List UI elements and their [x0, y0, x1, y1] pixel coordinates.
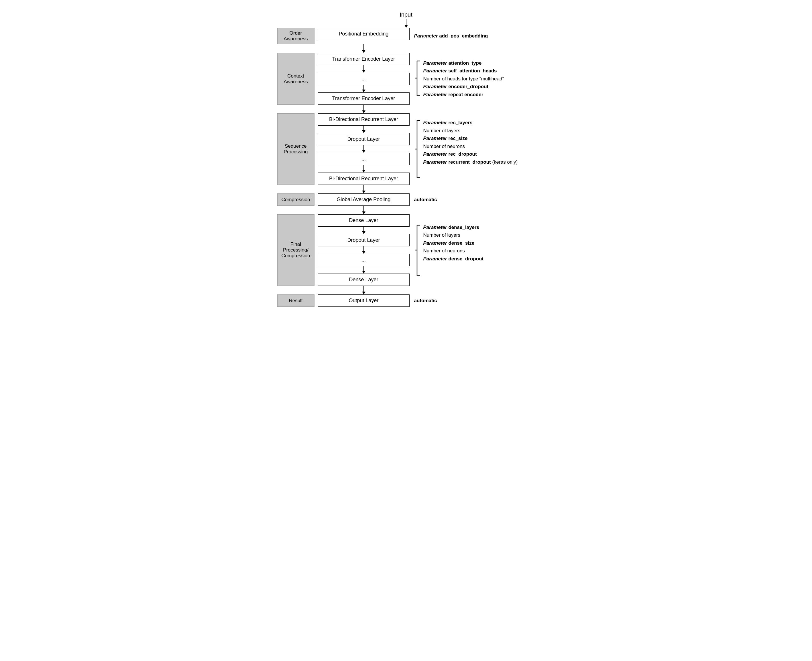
layer-dropout-seq: Dropout Layer: [318, 133, 410, 145]
param-compression-auto: automatic: [414, 196, 437, 203]
center-final-processing: Dense Layer Dropout Layer ... Dense Laye…: [318, 214, 410, 286]
param-result-auto: automatic: [414, 297, 437, 305]
bracket-sequence: [414, 119, 421, 179]
param-rec-size: Parameter rec_size: [423, 135, 518, 142]
center-order-awareness: Positional Embedding: [318, 28, 410, 44]
param-rec-layers: Parameter rec_layers: [423, 119, 518, 126]
layer-global-avg-pooling: Global Average Pooling: [318, 193, 410, 206]
param-multihead-note: Number of heads for type “multihead”: [423, 75, 504, 83]
label-compression: Compression: [277, 193, 314, 206]
label-context-awareness: ContextAwareness: [277, 53, 314, 105]
label-result: Result: [277, 294, 314, 307]
param-dense-dropout: Parameter dense_dropout: [423, 255, 484, 263]
param-dense-size: Parameter dense_size: [423, 239, 484, 247]
arrow-5: [277, 286, 535, 292]
arrow-2: [277, 105, 535, 111]
section-final-processing: Final Processing/Compression Dense Layer…: [277, 214, 535, 286]
param-attention-type: Parameter attention_type: [423, 59, 504, 67]
param-repeat-encoder: Parameter repeat encoder: [423, 91, 504, 99]
bracket-final: [414, 224, 421, 277]
layer-output: Output Layer: [318, 294, 410, 307]
param-self-attention-heads: Parameter self_attention_heads: [423, 67, 504, 75]
layer-dots-seq: ...: [318, 153, 410, 165]
layer-dense-2: Dense Layer: [318, 273, 410, 286]
architecture-diagram: Input Order Awareness Positional Embeddi…: [277, 11, 535, 307]
param-dense-layers: Parameter dense_layers: [423, 224, 484, 231]
param-dense-layers-note: Number of layers: [423, 232, 484, 239]
layer-bidirectional-1: Bi-Directional Recurrent Layer: [318, 113, 410, 126]
layer-dots-context: ...: [318, 73, 410, 85]
layer-dense-1: Dense Layer: [318, 214, 410, 227]
label-order-awareness: Order Awareness: [277, 28, 314, 44]
param-rec-dropout: Parameter rec_dropout: [423, 150, 518, 158]
label-sequence-processing: SequenceProcessing: [277, 113, 314, 185]
param-encoder-dropout: Parameter encoder_dropout: [423, 83, 504, 90]
arrow-3: [277, 185, 535, 191]
center-result: Output Layer: [318, 294, 410, 307]
arrow-4: [277, 206, 535, 212]
arrow-1: [277, 44, 535, 51]
section-result: Result Output Layer automatic: [277, 294, 535, 307]
params-final-processing: Parameter dense_layers Number of layers …: [410, 214, 535, 286]
label-final-processing: Final Processing/Compression: [277, 214, 314, 286]
section-context-awareness: ContextAwareness Transformer Encoder Lay…: [277, 53, 535, 105]
params-context-awareness: Parameter attention_type Parameter self_…: [410, 53, 535, 105]
params-result: automatic: [410, 294, 535, 307]
layer-transformer-encoder-1: Transformer Encoder Layer: [318, 53, 410, 65]
section-order-awareness: Order Awareness Positional Embedding Par…: [277, 28, 535, 44]
input-label: Input: [400, 11, 412, 18]
center-context-awareness: Transformer Encoder Layer ... Transforme…: [318, 53, 410, 105]
param-rec-size-note: Number of neurons: [423, 143, 518, 150]
section-compression: Compression Global Average Pooling autom…: [277, 193, 535, 206]
layer-bidirectional-2: Bi-Directional Recurrent Layer: [318, 172, 410, 185]
layer-transformer-encoder-2: Transformer Encoder Layer: [318, 93, 410, 105]
bracket-context: [414, 59, 421, 97]
layer-dropout-final: Dropout Layer: [318, 234, 410, 246]
param-add-pos-embedding: Parameter add_pos_embedding: [414, 32, 488, 40]
params-compression: automatic: [410, 193, 535, 206]
center-compression: Global Average Pooling: [318, 193, 410, 206]
param-recurrent-dropout: Parameter recurrent_dropout (keras only): [423, 158, 518, 166]
section-sequence-processing: SequenceProcessing Bi-Directional Recurr…: [277, 113, 535, 185]
params-sequence-processing: Parameter rec_layers Number of layers Pa…: [410, 113, 535, 185]
layer-positional-embedding: Positional Embedding: [318, 28, 410, 40]
param-dense-size-note: Number of neurons: [423, 247, 484, 255]
params-order-awareness: Parameter add_pos_embedding: [410, 28, 535, 44]
layer-dots-final: ...: [318, 254, 410, 266]
param-rec-layers-note: Number of layers: [423, 127, 518, 134]
center-sequence-processing: Bi-Directional Recurrent Layer Dropout L…: [318, 113, 410, 185]
